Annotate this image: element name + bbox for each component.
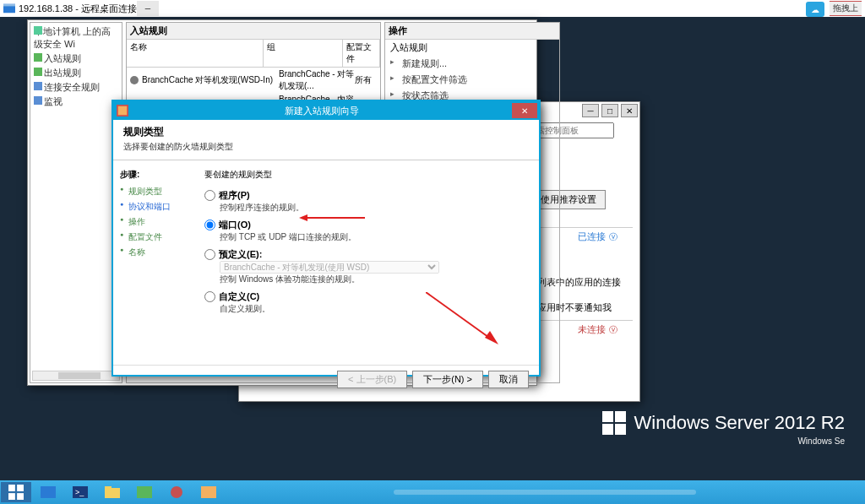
step-name[interactable]: 名称: [120, 245, 188, 260]
actions-title: 操作: [385, 23, 559, 40]
rules-column-headers: 名称 组 配置文件: [127, 40, 380, 68]
pin-control[interactable]: 拖拽上: [830, 2, 862, 15]
svg-rect-3: [118, 106, 128, 116]
tree-outbound-rules[interactable]: 出站规则: [32, 66, 120, 80]
col-name[interactable]: 名称: [127, 40, 264, 67]
wizard-steps-pane: 步骤: 规则类型 协议和端口 操作 配置文件 名称: [113, 164, 194, 365]
task-explorer[interactable]: [97, 482, 128, 502]
task-firewall[interactable]: [193, 482, 224, 502]
radio-port-desc: 控制 TCP 或 UDP 端口连接的规则。: [220, 231, 529, 243]
svg-rect-9: [17, 485, 24, 491]
firewall-tree-pane: 本地计算机 上的高级安全 Wi 入站规则 出站规则 连接安全规则 监视: [30, 22, 122, 383]
annotation-arrow-next-icon: [426, 292, 498, 344]
actions-subtitle: 入站规则: [385, 40, 559, 56]
network-status-connected[interactable]: 已连接ⓥ: [578, 230, 617, 243]
cloud-sync-icon[interactable]: ☁: [806, 2, 824, 17]
back-button: < 上一步(B): [337, 371, 407, 388]
wizard-footer: < 上一步(B) 下一步(N) > 取消: [113, 365, 539, 393]
wizard-titlebar[interactable]: 新建入站规则向导 ✕: [113, 101, 539, 120]
step-profile[interactable]: 配置文件: [120, 230, 188, 245]
rdp-icon: [3, 3, 15, 14]
desktop-branding: Windows Server 2012 R2 Windows Se: [602, 411, 845, 435]
rules-list-title: 入站规则: [127, 23, 380, 40]
new-inbound-rule-wizard: 新建入站规则向导 ✕ 规则类型 选择要创建的防火墙规则类型 步骤: 规则类型 协…: [112, 100, 541, 377]
task-app[interactable]: [161, 482, 192, 502]
tree-inbound-rules[interactable]: 入站规则: [32, 51, 120, 66]
taskbar: >_: [0, 480, 865, 504]
step-protocol-port[interactable]: 协议和端口: [120, 199, 188, 214]
cpl-maximize-button[interactable]: □: [601, 104, 618, 117]
step-rule-type[interactable]: 规则类型: [120, 184, 188, 199]
radio-predefined-desc: 控制 Windows 体验功能连接的规则。: [220, 274, 529, 285]
task-server-manager[interactable]: [33, 482, 63, 502]
col-group[interactable]: 组: [264, 40, 343, 67]
predefined-select: BranchCache - 对等机发现(使用 WSD): [220, 261, 439, 274]
svg-rect-11: [17, 493, 24, 500]
tree-scrollbar[interactable]: [32, 371, 120, 381]
branding-text: Windows Server 2012 R2: [634, 412, 845, 434]
taskbar-handle[interactable]: [394, 490, 696, 495]
svg-point-18: [171, 486, 182, 498]
chevron-down-icon: ⓥ: [609, 324, 617, 336]
radio-port-input[interactable]: [204, 219, 215, 230]
radio-program-desc: 控制程序连接的规则。: [220, 202, 529, 214]
rdp-titlebar: 192.168.1.38 - 远程桌面连接 ☁ 拖拽上 ─ ✕: [0, 0, 865, 17]
svg-rect-10: [8, 493, 15, 500]
wizard-title: 新建入站规则向导: [132, 105, 512, 117]
tree-monitoring[interactable]: 监视: [32, 95, 120, 109]
radio-program-input[interactable]: [204, 190, 215, 201]
steps-label: 步骤:: [120, 169, 188, 181]
windows-logo-icon: [602, 411, 626, 435]
svg-rect-16: [105, 486, 112, 490]
firewall-icon: [117, 105, 128, 117]
rule-status-dot: [130, 76, 139, 84]
annotation-arrow-port-icon: [299, 214, 365, 221]
chevron-up-icon: ⓥ: [609, 231, 617, 243]
action-filter-profile[interactable]: 按配置文件筛选: [385, 72, 559, 88]
svg-rect-19: [201, 486, 216, 498]
task-control-panel[interactable]: [129, 482, 160, 502]
col-profile[interactable]: 配置文件: [343, 40, 380, 67]
wizard-page-desc: 选择要创建的防火墙规则类型: [123, 141, 529, 153]
radio-custom-input[interactable]: [204, 291, 215, 302]
svg-text:>_: >_: [75, 488, 84, 496]
branding-subtext: Windows Se: [797, 436, 845, 446]
network-status-disconnected[interactable]: 未连接ⓥ: [578, 323, 617, 336]
rdp-title: 192.168.1.38 - 远程桌面连接: [19, 3, 137, 15]
rdp-minimize-button[interactable]: ─: [137, 1, 159, 16]
radio-predefined[interactable]: 预定义(E):: [204, 248, 529, 261]
radio-predefined-input[interactable]: [204, 249, 215, 260]
start-button[interactable]: [1, 482, 31, 502]
tree-root[interactable]: 本地计算机 上的高级安全 Wi: [32, 24, 120, 51]
svg-marker-5: [299, 214, 307, 221]
action-new-rule[interactable]: 新建规则...: [385, 56, 559, 72]
rule-row[interactable]: BranchCache 对等机发现(WSD-In)BranchCache - 对…: [127, 68, 380, 93]
cancel-button[interactable]: 取消: [488, 371, 529, 388]
wizard-header: 规则类型 选择要创建的防火墙规则类型: [113, 120, 539, 156]
svg-rect-17: [137, 486, 152, 498]
tree-connection-security[interactable]: 连接安全规则: [32, 80, 120, 95]
radio-port[interactable]: 端口(O): [204, 219, 529, 231]
divider: [113, 160, 539, 160]
svg-rect-8: [8, 485, 15, 491]
wizard-close-button[interactable]: ✕: [512, 103, 537, 118]
wizard-page-title: 规则类型: [123, 125, 529, 139]
task-powershell[interactable]: >_: [65, 482, 95, 502]
svg-rect-1: [3, 4, 15, 7]
svg-marker-7: [485, 331, 498, 344]
svg-line-6: [426, 292, 492, 339]
svg-rect-12: [41, 486, 56, 498]
next-button[interactable]: 下一步(N) >: [412, 371, 483, 388]
cpl-close-button[interactable]: ✕: [621, 104, 638, 117]
radio-program[interactable]: 程序(P): [204, 189, 529, 202]
step-action[interactable]: 操作: [120, 214, 188, 230]
cpl-minimize-button[interactable]: ─: [582, 104, 599, 117]
content-label: 要创建的规则类型: [204, 169, 529, 181]
remote-desktop-area: ─ □ ✕ 使用推荐设置 已连接ⓥ 用列表中的应用的连接 新应用时不要通知我 未…: [0, 17, 865, 480]
